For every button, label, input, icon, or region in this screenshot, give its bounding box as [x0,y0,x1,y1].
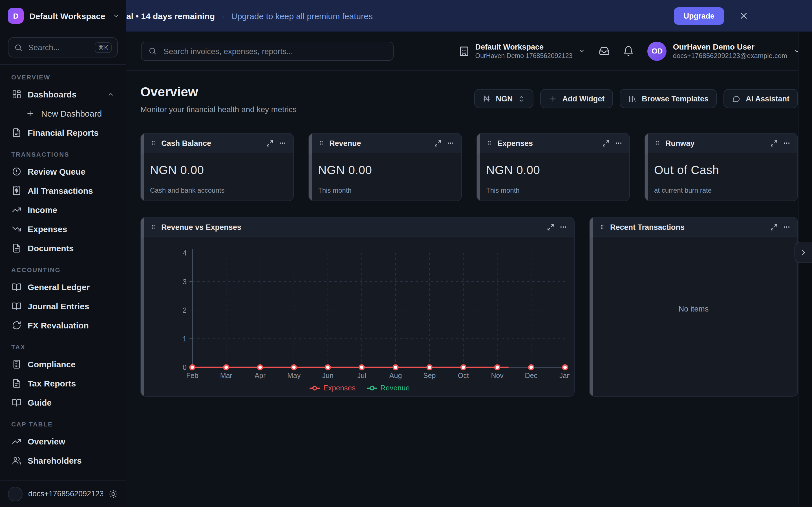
sidebar-search[interactable]: ⌘K [8,37,118,57]
sidebar-item-all-transactions[interactable]: All Transactions [6,181,120,200]
upgrade-link[interactable]: Upgrade to keep all premium features [231,11,373,20]
notifications-button[interactable] [623,46,634,56]
widget-resize-strip[interactable] [590,217,593,396]
expand-widget-button[interactable] [770,223,777,231]
stat-caption: This month [318,186,452,194]
global-search-input[interactable] [162,46,386,56]
receipt-icon [11,186,21,195]
widget-resize-strip[interactable] [141,133,144,201]
header-workspace-selector[interactable]: Default Workspace OurHaven Demo 17685620… [458,42,585,60]
drag-handle-icon[interactable] [655,139,660,147]
close-banner-button[interactable] [739,11,749,21]
widgets-row: Revenue vs Expenses 01234FebMarAprMayJun… [140,217,798,397]
chevron-down-icon [112,12,120,20]
browse-templates-button[interactable]: Browse Templates [620,89,717,108]
inbox-button[interactable] [599,46,610,56]
sidebar-item-expenses[interactable]: Expenses [6,219,120,238]
theme-toggle-button[interactable] [109,489,118,498]
sidebar-item-new-dashboard[interactable]: New Dashboard [6,104,120,123]
widget-resize-strip[interactable] [645,133,648,201]
expand-widget-button[interactable] [434,139,442,147]
sidebar-item-shareholders[interactable]: Shareholders [6,451,120,470]
svg-text:1: 1 [183,335,187,343]
ai-assistant-button[interactable]: AI Assistant [724,89,798,108]
expand-widget-button[interactable] [770,139,777,147]
svg-text:2: 2 [183,306,187,314]
legend-marker-icon [367,385,377,391]
widget-menu-button[interactable] [783,223,791,231]
book-open-icon [11,282,21,291]
drag-handle-icon[interactable] [151,223,156,231]
stat-value: NGN 0.00 [318,163,452,177]
widget-expenses: Expenses NGN 0.00 This month [476,133,630,201]
avatar [8,487,22,501]
widget-resize-strip[interactable] [309,133,312,201]
alert-circle-icon [11,166,21,176]
widget-recent-transactions: Recent Transactions No items [589,217,798,397]
sidebar-item-tax-reports[interactable]: Tax Reports [6,374,120,393]
sidebar-item-fx-revaluation[interactable]: FX Revaluation [6,316,120,335]
sidebar-item-income[interactable]: Income [6,200,120,219]
workspace-switcher[interactable]: D Default Workspace [0,0,126,32]
svg-text:4: 4 [183,249,187,257]
widget-menu-button[interactable] [559,223,567,231]
toolbar: NGN Add Widget Browse Templates AI Assis… [474,89,798,108]
sidebar-item-financial-reports[interactable]: Financial Reports [6,123,120,142]
svg-text:3: 3 [183,278,187,286]
sidebar-item-documents[interactable]: Documents [6,238,120,258]
svg-text:0: 0 [183,363,187,371]
add-widget-button[interactable]: Add Widget [541,89,613,108]
expand-widget-button[interactable] [266,139,273,147]
sidebar-search-input[interactable] [27,42,90,52]
chevrons-up-down-icon [518,95,525,102]
widget-menu-button[interactable] [278,139,287,147]
open-panel-button[interactable] [795,242,812,263]
users-icon [11,455,21,465]
global-search[interactable] [141,41,394,61]
widget-menu-button[interactable] [615,139,622,147]
svg-text:May: May [287,372,301,379]
svg-text:Apr: Apr [255,372,266,379]
page-subtitle: Monitor your financial health and key me… [140,105,297,114]
drag-handle-icon[interactable] [599,223,605,231]
page-title: Overview [140,83,297,100]
sidebar-item-guide[interactable]: Guide [6,393,120,412]
drag-handle-icon[interactable] [487,139,492,147]
svg-text:Jan: Jan [559,372,569,379]
sidebar: D Default Workspace ⌘K OVERVIEW Dashboar… [0,0,126,507]
svg-text:Oct: Oct [458,372,469,379]
widget-cash-balance: Cash Balance NGN 0.00 Cash and bank acco… [140,133,294,201]
sidebar-item-review-queue[interactable]: Review Queue [6,162,120,181]
widget-menu-button[interactable] [447,139,455,147]
currency-select[interactable]: NGN [474,89,534,108]
user-avatar: OD [648,41,667,61]
widget-menu-button[interactable] [783,139,791,147]
stat-value: Out of Cash [654,163,788,177]
widget-resize-strip[interactable] [141,217,144,396]
legend-item: Revenue [367,384,410,392]
user-menu[interactable]: OD OurHaven Demo User docs+1768562092123… [648,41,801,61]
sidebar-item-compliance[interactable]: Compliance [6,354,120,374]
widget-runway: Runway Out of Cash at current burn rate [645,133,798,201]
widget-resize-strip[interactable] [477,133,480,201]
expand-widget-button[interactable] [547,223,554,231]
naira-icon [483,95,491,103]
drag-handle-icon[interactable] [151,139,156,147]
user-email: docs+1768562092123@example.com [673,52,787,60]
stat-caption: This month [486,186,620,194]
upgrade-button[interactable]: Upgrade [674,7,724,24]
chat-bubble-icon [732,94,741,103]
stat-caption: at current burn rate [654,186,788,194]
drag-handle-icon[interactable] [319,139,324,147]
book-open-icon [11,301,21,311]
expand-widget-button[interactable] [602,139,610,147]
sidebar-item-general-ledger[interactable]: General Ledger [6,277,120,296]
sidebar-item-journal-entries[interactable]: Journal Entries [6,296,120,316]
sidebar-item-dashboards[interactable]: Dashboards [6,84,120,104]
trending-down-icon [11,224,21,233]
svg-text:Nov: Nov [491,372,504,379]
search-icon [14,43,22,52]
widget-revenue-vs-expenses: Revenue vs Expenses 01234FebMarAprMayJun… [140,217,574,397]
chevron-down-icon [578,47,586,55]
sidebar-item-captable-overview[interactable]: Overview [6,432,120,451]
